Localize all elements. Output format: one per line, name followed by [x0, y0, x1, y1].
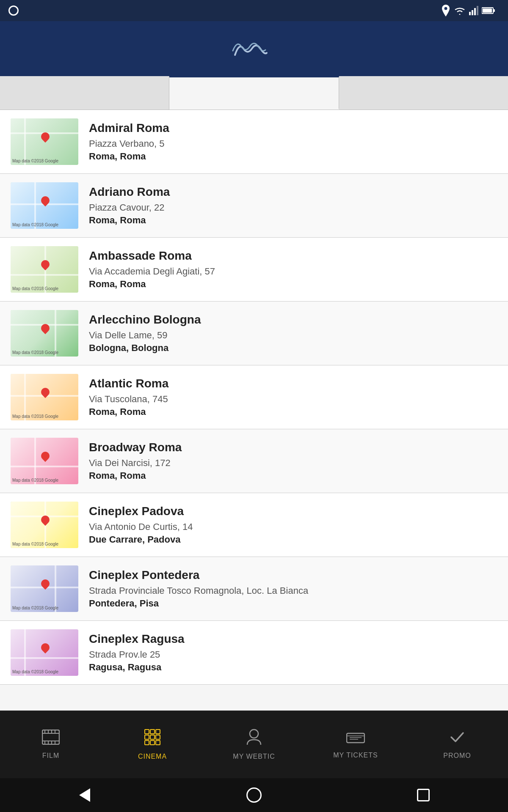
- mywebtic-nav-label: MY WEBTIC: [233, 753, 275, 760]
- svg-rect-16: [48, 741, 49, 744]
- svg-rect-24: [156, 735, 160, 739]
- cinema-item[interactable]: Map data ©2018 Google Ambassade Roma Via…: [0, 238, 508, 302]
- cinema-address: Via Dei Narcisi, 172: [89, 458, 497, 469]
- cinema-item[interactable]: Map data ©2018 Google Adriano Roma Piazz…: [0, 174, 508, 238]
- svg-rect-23: [150, 735, 155, 739]
- cinema-info: Arlecchino Bologna Via Delle Lame, 59 Bo…: [89, 313, 497, 354]
- tab-cinema[interactable]: [169, 76, 339, 110]
- film-nav-label: FILM: [42, 752, 59, 760]
- cinema-name: Cineplex Ragusa: [89, 632, 497, 646]
- status-icons: [441, 5, 495, 16]
- signal-bars-icon: [469, 6, 478, 15]
- map-pin-icon: [41, 516, 50, 526]
- cinema-city: Due Carrare, Padova: [89, 534, 497, 545]
- cinema-info: Cineplex Ragusa Strada Prov.le 25 Ragusa…: [89, 632, 497, 673]
- svg-rect-7: [483, 8, 492, 13]
- bottom-nav: FILM CINEMA MY WEBTIC MY TICKETS: [0, 710, 508, 778]
- cinema-city: Pontedera, Pisa: [89, 598, 497, 609]
- cinema-name: Cineplex Pontedera: [89, 568, 497, 582]
- svg-rect-22: [145, 735, 149, 739]
- cinema-address: Via Delle Lame, 59: [89, 330, 497, 341]
- android-nav: [0, 778, 508, 812]
- cinema-info: Ambassade Roma Via Accademia Degli Agiat…: [89, 249, 497, 290]
- svg-rect-13: [51, 730, 52, 733]
- nav-item-film[interactable]: FILM: [0, 730, 102, 760]
- map-thumbnail: Map data ©2018 Google: [11, 438, 78, 484]
- person-icon: [246, 729, 262, 746]
- cinema-city: Ragusa, Ragusa: [89, 662, 497, 673]
- wifi-icon: [454, 6, 466, 15]
- svg-rect-11: [44, 730, 45, 733]
- map-pin-icon: [41, 579, 50, 590]
- nav-item-cinema[interactable]: CINEMA: [102, 729, 203, 760]
- cinema-grid-icon: [144, 729, 161, 746]
- recents-button[interactable]: [413, 785, 434, 806]
- map-thumbnail: Map data ©2018 Google: [11, 565, 78, 612]
- map-thumbnail: Map data ©2018 Google: [11, 502, 78, 548]
- map-thumbnail: Map data ©2018 Google: [11, 182, 78, 229]
- cinema-city: Roma, Roma: [89, 279, 497, 290]
- map-pin-icon: [41, 260, 50, 270]
- svg-rect-15: [44, 741, 45, 744]
- nav-item-mytickets[interactable]: MY TICKETS: [305, 730, 406, 759]
- map-pin-icon: [41, 196, 50, 206]
- nav-item-promo[interactable]: PROMO: [406, 730, 508, 760]
- mytickets-nav-icon: [346, 730, 365, 748]
- map-pin-icon: [41, 132, 50, 143]
- cinema-info: Cineplex Pontedera Strada Provinciale To…: [89, 568, 497, 609]
- cinema-item[interactable]: Map data ©2018 Google Atlantic Roma Via …: [0, 365, 508, 429]
- map-thumbnail: Map data ©2018 Google: [11, 246, 78, 293]
- promo-nav-icon: [450, 730, 465, 749]
- battery-icon: [482, 7, 495, 14]
- svg-rect-27: [156, 741, 160, 745]
- signal-icon: [8, 5, 19, 16]
- map-pin-icon: [41, 388, 50, 398]
- cinema-name: Cineplex Padova: [89, 505, 497, 518]
- svg-rect-29: [347, 733, 364, 743]
- cinema-name: Arlecchino Bologna: [89, 313, 497, 326]
- map-pin-icon: [41, 452, 50, 462]
- cinema-city: Roma, Roma: [89, 215, 497, 226]
- svg-rect-6: [493, 9, 495, 12]
- map-pin-icon: [41, 324, 50, 334]
- promo-nav-label: PROMO: [443, 752, 471, 760]
- mytickets-nav-label: MY TICKETS: [333, 752, 378, 759]
- svg-rect-3: [474, 8, 476, 15]
- map-thumbnail: Map data ©2018 Google: [11, 374, 78, 420]
- cinema-item[interactable]: Map data ©2018 Google Cineplex Pontedera…: [0, 557, 508, 621]
- cinema-name: Ambassade Roma: [89, 249, 497, 263]
- cinema-item[interactable]: Map data ©2018 Google Admiral Roma Piazz…: [0, 110, 508, 174]
- tab-bar: [0, 76, 508, 110]
- home-button[interactable]: [243, 785, 265, 806]
- status-right: [441, 5, 500, 16]
- cinema-item[interactable]: Map data ©2018 Google Cineplex Padova Vi…: [0, 493, 508, 557]
- svg-rect-10: [42, 741, 59, 741]
- location-icon: [441, 5, 450, 16]
- svg-rect-25: [145, 741, 149, 745]
- cinema-address: Piazza Verbano, 5: [89, 138, 497, 149]
- ticket-icon: [346, 732, 365, 744]
- tab-localizza[interactable]: [339, 76, 508, 110]
- svg-rect-9: [42, 733, 59, 734]
- cinema-item[interactable]: Map data ©2018 Google Arlecchino Bologna…: [0, 302, 508, 365]
- cinema-item[interactable]: Map data ©2018 Google Cineplex Ragusa St…: [0, 621, 508, 685]
- mywebtic-nav-icon: [246, 729, 262, 749]
- back-button[interactable]: [74, 785, 95, 806]
- cinema-item[interactable]: Map data ©2018 Google Broadway Roma Via …: [0, 429, 508, 493]
- status-left: [8, 5, 19, 16]
- cinema-info: Broadway Roma Via Dei Narcisi, 172 Roma,…: [89, 441, 497, 481]
- cinema-address: Via Accademia Degli Agiati, 57: [89, 266, 497, 277]
- cinema-list[interactable]: Map data ©2018 Google Admiral Roma Piazz…: [0, 110, 508, 710]
- film-icon: [42, 730, 60, 745]
- cinema-name: Admiral Roma: [89, 121, 497, 135]
- nav-item-mywebtic[interactable]: MY WEBTIC: [203, 729, 305, 760]
- map-thumbnail: Map data ©2018 Google: [11, 118, 78, 165]
- map-pin-icon: [41, 643, 50, 653]
- cinema-nav-label: CINEMA: [138, 753, 167, 760]
- svg-point-0: [444, 7, 447, 10]
- svg-rect-1: [469, 12, 471, 15]
- cinema-address: Via Tuscolana, 745: [89, 394, 497, 405]
- tab-preferiti[interactable]: [0, 76, 169, 110]
- cinema-info: Adriano Roma Piazza Cavour, 22 Roma, Rom…: [89, 185, 497, 226]
- cinema-info: Admiral Roma Piazza Verbano, 5 Roma, Rom…: [89, 121, 497, 162]
